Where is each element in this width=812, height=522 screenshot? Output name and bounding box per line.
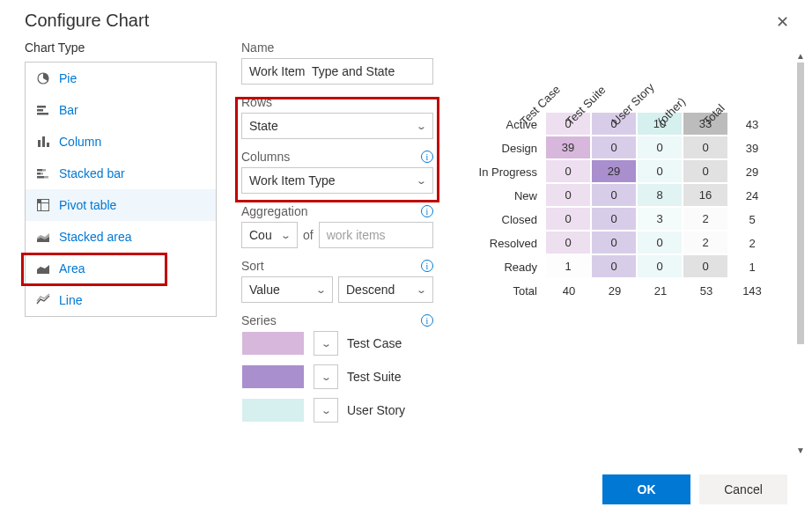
- svg-rect-9: [37, 173, 41, 175]
- cancel-button[interactable]: Cancel: [699, 474, 787, 504]
- pivot-row-header: Ready: [467, 261, 546, 274]
- svg-rect-12: [44, 176, 48, 179]
- series-color-swatch[interactable]: [241, 331, 305, 356]
- pivot-row-total: 24: [729, 189, 775, 202]
- aggregation-of-select[interactable]: work items: [319, 222, 433, 248]
- series-color-dropdown[interactable]: ⌄: [314, 331, 338, 356]
- svg-rect-5: [42, 136, 45, 147]
- pivot-cell: 16: [683, 184, 729, 208]
- scroll-down-icon: ▼: [796, 445, 805, 455]
- svg-rect-4: [38, 140, 41, 147]
- sort-direction-value: Descend: [346, 283, 395, 297]
- pivot-row: Closed00325: [467, 208, 794, 232]
- pivot-row-header: Closed: [467, 213, 546, 226]
- chevron-down-icon: ⌄: [416, 175, 427, 187]
- series-name: User Story: [347, 403, 405, 417]
- chart-type-label: Column: [59, 135, 101, 149]
- aggregation-func-select[interactable]: Cou ⌄: [241, 222, 298, 248]
- sort-label: Sort: [241, 259, 264, 273]
- pivot-row: Active00103343: [467, 113, 794, 136]
- svg-rect-3: [37, 113, 48, 115]
- pivot-cell: 0: [638, 136, 683, 160]
- sort-field-select[interactable]: Value ⌄: [241, 276, 333, 303]
- aggregation-func-value: Cou: [249, 228, 272, 242]
- chart-type-stacked-bar[interactable]: Stacked bar: [26, 158, 216, 189]
- pivot-cell: 0: [683, 160, 729, 184]
- aggregation-of-placeholder: work items: [327, 228, 386, 242]
- chart-type-label: Stacked area: [59, 230, 132, 244]
- pivot-cell: 1: [546, 255, 592, 279]
- series-label: Series: [241, 313, 277, 327]
- pivot-cell: 0: [546, 184, 592, 208]
- svg-rect-10: [41, 173, 43, 175]
- svg-rect-6: [47, 143, 49, 147]
- pivot-cell: 0: [638, 160, 683, 184]
- info-icon[interactable]: i: [421, 205, 433, 217]
- pivot-total-label: Total: [467, 284, 546, 298]
- pivot-row: Resolved00022: [467, 232, 794, 255]
- rows-select[interactable]: State ⌄: [241, 113, 433, 139]
- scroll-thumb[interactable]: [797, 62, 804, 344]
- series-color-swatch[interactable]: [241, 398, 305, 423]
- series-color-dropdown[interactable]: ⌄: [314, 398, 338, 423]
- pivot-table-icon: [36, 198, 50, 212]
- pivot-cell: 29: [592, 160, 638, 184]
- chart-type-pie[interactable]: Pie: [26, 62, 216, 94]
- chevron-down-icon: ⌄: [416, 284, 427, 296]
- pivot-row-header: In Progress: [467, 165, 546, 179]
- chart-type-column[interactable]: Column: [26, 126, 216, 158]
- pivot-row-total: 39: [729, 142, 775, 155]
- sort-direction-select[interactable]: Descend ⌄: [338, 276, 433, 303]
- chart-type-list: PieBarColumnStacked barPivot tableStacke…: [25, 62, 217, 317]
- pivot-row-total: 43: [729, 118, 775, 131]
- chart-type-label: Line: [59, 293, 82, 307]
- pivot-cell: 0: [592, 255, 638, 279]
- scrollbar[interactable]: ▲ ▼: [794, 51, 807, 455]
- columns-select[interactable]: Work Item Type ⌄: [241, 167, 433, 194]
- pivot-cell: 0: [592, 184, 638, 208]
- chart-type-stacked-area[interactable]: Stacked area: [26, 221, 216, 253]
- chevron-down-icon: ⌄: [315, 284, 327, 296]
- chart-type-label: Area: [59, 261, 85, 276]
- rows-value: State: [249, 119, 278, 133]
- svg-rect-16: [38, 200, 41, 203]
- chart-type-bar[interactable]: Bar: [26, 94, 216, 126]
- pivot-row-total: 2: [729, 237, 775, 250]
- pivot-cell: 0: [546, 232, 592, 255]
- aggregation-label: Aggregation: [241, 204, 308, 218]
- pivot-total-row: Total40292153143: [467, 279, 794, 303]
- pivot-cell: 2: [683, 232, 729, 255]
- chart-type-label: Pivot table: [59, 198, 116, 212]
- chart-type-line[interactable]: Line: [26, 284, 216, 316]
- pivot-cell: 0: [638, 255, 683, 279]
- pivot-row: Ready10001: [467, 255, 794, 279]
- series-color-dropdown[interactable]: ⌄: [314, 364, 338, 389]
- svg-rect-7: [37, 169, 42, 172]
- rows-label: Rows: [241, 95, 272, 109]
- chevron-down-icon: ⌄: [321, 338, 332, 349]
- pivot-row-header: New: [467, 189, 546, 202]
- sort-field-value: Value: [249, 283, 280, 297]
- pivot-cell: 0: [683, 136, 729, 160]
- close-button[interactable]: ✕: [771, 11, 794, 33]
- chart-type-heading: Chart Type: [25, 40, 217, 55]
- chart-type-label: Stacked bar: [59, 166, 125, 180]
- info-icon[interactable]: i: [421, 314, 433, 327]
- chart-type-pivot-table[interactable]: Pivot table: [26, 189, 216, 221]
- series-color-swatch[interactable]: [241, 364, 305, 389]
- columns-value: Work Item Type: [249, 173, 336, 187]
- pivot-row-header: Resolved: [467, 237, 546, 250]
- line-icon: [36, 293, 50, 307]
- ok-button[interactable]: OK: [602, 474, 690, 504]
- info-icon[interactable]: i: [421, 151, 433, 163]
- pivot-col-total: 40: [546, 284, 592, 298]
- pivot-row: In Progress0290029: [467, 160, 794, 184]
- info-icon[interactable]: i: [421, 260, 433, 272]
- pivot-cell: 2: [683, 208, 729, 232]
- pivot-cell: 0: [638, 232, 683, 255]
- series-row: ⌄Test Suite: [241, 364, 433, 389]
- pivot-cell: 8: [638, 184, 683, 208]
- chart-type-area[interactable]: Area: [26, 253, 216, 284]
- name-input[interactable]: [241, 58, 433, 85]
- dialog-title: Configure Chart: [25, 11, 149, 31]
